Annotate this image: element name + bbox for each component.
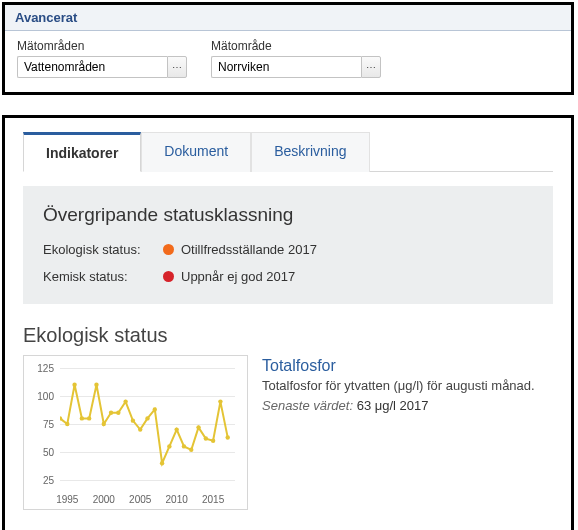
tab-bar: Indikatorer Dokument Beskrivning (23, 132, 553, 172)
matomrade-input[interactable] (211, 56, 361, 78)
dropdown-button[interactable]: ⋯ (167, 56, 187, 78)
latest-value: 63 μg/l 2017 (357, 398, 429, 413)
indicator-title[interactable]: Totalfosfor (262, 357, 553, 375)
svg-point-11 (138, 427, 142, 431)
advanced-filter-panel: Avancerat Mätområden ⋯ Mätområde ⋯ (2, 2, 574, 95)
svg-point-23 (226, 435, 230, 439)
results-panel: Indikatorer Dokument Beskrivning Övergri… (2, 115, 574, 530)
svg-point-6 (102, 422, 106, 426)
svg-point-4 (87, 416, 91, 420)
svg-point-10 (131, 418, 135, 422)
svg-point-5 (94, 383, 98, 387)
svg-point-19 (196, 425, 200, 429)
field-label: Mätområde (211, 39, 381, 53)
status-row-ecological: Ekologisk status: Otillfredsställande 20… (43, 242, 533, 257)
svg-point-12 (145, 416, 149, 420)
status-title: Övergripande statusklassning (43, 204, 533, 226)
tab-dokument[interactable]: Dokument (141, 132, 251, 172)
svg-point-21 (211, 439, 215, 443)
svg-point-14 (160, 461, 164, 465)
tab-indikatorer[interactable]: Indikatorer (23, 132, 141, 172)
field-matomraden: Mätområden ⋯ (17, 39, 187, 78)
dropdown-button[interactable]: ⋯ (361, 56, 381, 78)
y-axis-tick: 25 (32, 475, 54, 486)
y-axis-tick: 50 (32, 447, 54, 458)
status-dot-orange-icon (163, 244, 174, 255)
matomraden-input[interactable] (17, 56, 167, 78)
indicator-row: 25507510012519952000200520102015 Totalfo… (23, 355, 553, 510)
y-axis-tick: 100 (32, 391, 54, 402)
status-row-chemical: Kemisk status: Uppnår ej god 2017 (43, 269, 533, 284)
x-axis-tick: 2000 (93, 494, 115, 505)
svg-point-16 (174, 427, 178, 431)
y-axis-tick: 125 (32, 363, 54, 374)
x-axis-tick: 2010 (166, 494, 188, 505)
status-dot-red-icon (163, 271, 174, 282)
x-axis-tick: 2015 (202, 494, 224, 505)
panel-header: Avancerat (5, 5, 571, 31)
chart-thumbnail[interactable]: 25507510012519952000200520102015 (23, 355, 248, 510)
svg-point-8 (116, 411, 120, 415)
svg-point-15 (167, 444, 171, 448)
ellipsis-icon: ⋯ (366, 62, 376, 73)
combo-matomraden: ⋯ (17, 56, 187, 78)
field-matomrade: Mätområde ⋯ (211, 39, 381, 78)
x-axis-tick: 2005 (129, 494, 151, 505)
svg-point-3 (80, 416, 84, 420)
status-classification-box: Övergripande statusklassning Ekologisk s… (23, 186, 553, 304)
svg-point-1 (65, 422, 69, 426)
indicator-description: Totalfosfor för ytvatten (μg/l) för augu… (262, 378, 553, 393)
svg-point-17 (182, 444, 186, 448)
svg-point-20 (204, 436, 208, 440)
combo-matomrade: ⋯ (211, 56, 381, 78)
status-label: Kemisk status: (43, 269, 163, 284)
chart-area: 25507510012519952000200520102015 (32, 362, 239, 505)
svg-point-9 (123, 399, 127, 403)
x-axis-tick: 1995 (56, 494, 78, 505)
status-label: Ekologisk status: (43, 242, 163, 257)
status-value: Otillfredsställande 2017 (181, 242, 317, 257)
indicator-latest: Senaste värdet: 63 μg/l 2017 (262, 398, 553, 413)
svg-point-18 (189, 448, 193, 452)
indicator-info: Totalfosfor Totalfosfor för ytvatten (μg… (262, 355, 553, 413)
tab-beskrivning[interactable]: Beskrivning (251, 132, 369, 172)
status-value: Uppnår ej god 2017 (181, 269, 295, 284)
section-heading: Ekologisk status (23, 324, 553, 347)
field-label: Mätområden (17, 39, 187, 53)
svg-point-7 (109, 411, 113, 415)
svg-point-13 (153, 407, 157, 411)
chart-line (60, 368, 235, 480)
latest-label: Senaste värdet: (262, 398, 353, 413)
panel-body: Mätområden ⋯ Mätområde ⋯ (5, 31, 571, 92)
y-axis-tick: 75 (32, 419, 54, 430)
ellipsis-icon: ⋯ (172, 62, 182, 73)
svg-point-2 (72, 383, 76, 387)
svg-point-22 (218, 399, 222, 403)
